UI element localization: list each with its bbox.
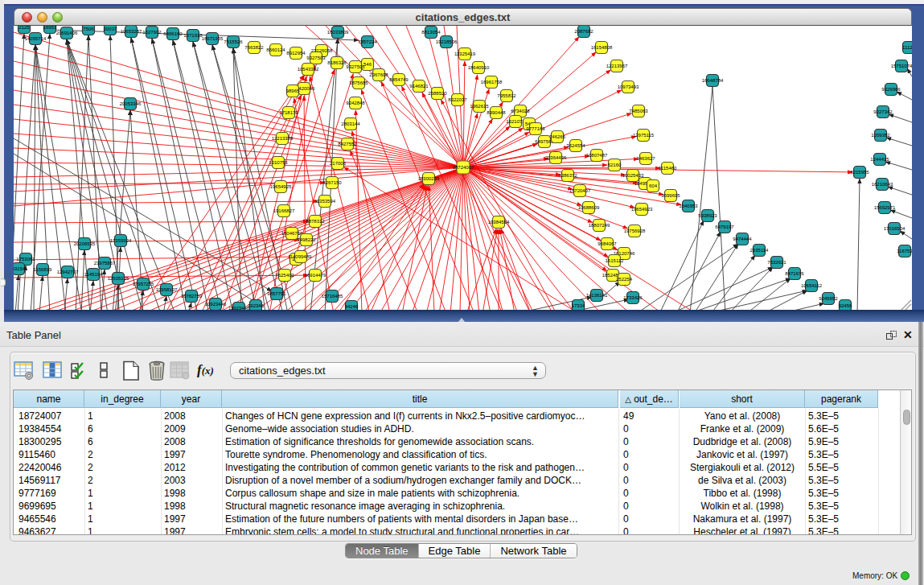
svg-text:8878312: 8878312 [306, 219, 325, 224]
svg-text:18807249: 18807249 [589, 223, 610, 228]
svg-text:9327505: 9327505 [346, 64, 365, 69]
svg-text:20206535: 20206535 [74, 241, 96, 246]
svg-text:8471676: 8471676 [785, 271, 804, 276]
svg-text:8267150: 8267150 [322, 180, 342, 185]
svg-text:217006: 217006 [330, 161, 347, 166]
svg-text:9329966: 9329966 [881, 87, 901, 92]
svg-text:9857791: 9857791 [267, 291, 286, 296]
svg-text:16953: 16953 [43, 26, 57, 30]
svg-text:12213389: 12213389 [272, 136, 294, 141]
svg-text:1209382: 1209382 [871, 133, 890, 138]
svg-text:11123: 11123 [902, 45, 912, 50]
svg-text:11325419: 11325419 [454, 51, 476, 56]
svg-text:8660124: 8660124 [266, 47, 285, 52]
svg-text:15692971: 15692971 [874, 205, 896, 210]
svg-text:15751074: 15751074 [891, 64, 912, 68]
svg-text:1733426: 1733426 [623, 295, 643, 300]
svg-text:746266: 746266 [549, 134, 566, 139]
svg-text:7955812: 7955812 [497, 93, 516, 98]
svg-text:16671355: 16671355 [202, 36, 224, 41]
svg-text:17334: 17334 [572, 303, 585, 308]
svg-text:116753: 116753 [897, 249, 912, 253]
svg-text:23975867: 23975867 [94, 261, 116, 266]
svg-text:1615112: 1615112 [606, 258, 625, 263]
svg-text:8215955: 8215955 [850, 170, 869, 175]
svg-text:92456: 92456 [839, 303, 852, 308]
svg-text:1527602: 1527602 [142, 30, 162, 35]
svg-text:10653287: 10653287 [121, 29, 142, 34]
svg-text:8427552: 8427552 [338, 142, 357, 146]
svg-text:98965: 98965 [286, 89, 300, 93]
svg-text:3624554: 3624554 [566, 143, 585, 148]
svg-text:2125: 2125 [18, 26, 30, 30]
svg-text:5938923: 5938923 [698, 213, 717, 218]
svg-text:9474444: 9474444 [733, 237, 752, 241]
svg-text:10654112: 10654112 [801, 283, 823, 288]
svg-text:1621072: 1621072 [506, 119, 525, 124]
svg-text:7386372: 7386372 [558, 173, 577, 178]
svg-text:9115460: 9115460 [659, 166, 678, 171]
svg-text:10923446: 10923446 [205, 302, 227, 307]
svg-text:8186328: 8186328 [327, 60, 347, 65]
svg-text:19384554: 19384554 [488, 220, 510, 225]
svg-text:19654925: 19654925 [270, 184, 292, 189]
svg-text:252254: 252254 [616, 277, 633, 282]
svg-text:2588520: 2588520 [428, 91, 447, 96]
svg-text:16648784: 16648784 [702, 78, 724, 83]
svg-text:1753061: 1753061 [16, 257, 35, 262]
svg-text:11923446: 11923446 [228, 306, 250, 310]
svg-text:7632621: 7632621 [767, 260, 786, 265]
svg-text:10807487: 10807487 [586, 153, 608, 158]
svg-text:17016504: 17016504 [884, 226, 906, 231]
svg-text:6479197: 6479197 [715, 225, 734, 229]
svg-text:9777169: 9777169 [526, 126, 545, 131]
svg-text:16914479: 16914479 [305, 273, 326, 278]
svg-text:12975115: 12975115 [633, 133, 655, 138]
svg-text:9327503: 9327503 [306, 56, 326, 60]
svg-text:17957255: 17957255 [133, 282, 154, 286]
svg-text:20364436: 20364436 [545, 155, 567, 160]
svg-text:19654923: 19654923 [631, 207, 653, 212]
svg-text:2718170: 2718170 [279, 110, 298, 115]
svg-text:8912954: 8912954 [286, 51, 306, 56]
svg-text:3875685: 3875685 [349, 80, 368, 85]
svg-text:16033809: 16033809 [327, 30, 349, 35]
svg-text:10543362: 10543362 [298, 67, 319, 72]
svg-text:20053346: 20053346 [120, 101, 142, 106]
svg-text:16961758: 16961758 [481, 80, 503, 84]
svg-text:7857224: 7857224 [358, 39, 377, 44]
svg-text:9146821: 9146821 [409, 84, 429, 89]
svg-text:9245652: 9245652 [819, 296, 838, 301]
svg-text:14055714: 14055714 [25, 36, 47, 41]
svg-text:10025433: 10025433 [622, 173, 644, 178]
svg-text:93154: 93154 [14, 266, 26, 271]
svg-text:7625402: 7625402 [275, 273, 294, 278]
svg-text:2803144: 2803144 [341, 122, 360, 126]
svg-text:9684067: 9684067 [598, 241, 617, 246]
svg-text:14136141: 14136141 [586, 293, 608, 298]
svg-text:1071918: 1071918 [183, 33, 203, 38]
svg-text:2367608: 2367608 [369, 72, 388, 77]
svg-text:6466160: 6466160 [163, 31, 183, 36]
svg-text:12213967: 12213967 [606, 64, 628, 68]
svg-text:7663822: 7663822 [244, 45, 264, 50]
svg-text:16154808: 16154808 [591, 45, 613, 50]
svg-text:6734028: 6734028 [511, 109, 530, 113]
svg-text:1244415: 1244415 [870, 157, 889, 162]
svg-text:19166827: 19166827 [273, 208, 295, 213]
svg-text:3498222: 3498222 [297, 237, 316, 242]
svg-text:1640953: 1640953 [679, 204, 698, 208]
svg-text:19756928: 19756928 [624, 229, 646, 233]
svg-text:2087682: 2087682 [574, 29, 593, 34]
svg-text:9463627: 9463627 [636, 156, 655, 161]
svg-text:12505135: 12505135 [108, 276, 129, 281]
svg-text:12942737: 12942737 [57, 270, 79, 274]
svg-text:2935114: 2935114 [750, 248, 770, 253]
svg-text:18300295: 18300295 [418, 176, 440, 181]
svg-text:1145194: 1145194 [84, 272, 104, 277]
svg-text:1010755: 1010755 [269, 160, 288, 165]
svg-text:604: 604 [649, 183, 658, 188]
svg-text:62160: 62160 [608, 163, 622, 167]
svg-text:1362615: 1362615 [470, 104, 489, 109]
svg-text:292346: 292346 [248, 303, 265, 308]
